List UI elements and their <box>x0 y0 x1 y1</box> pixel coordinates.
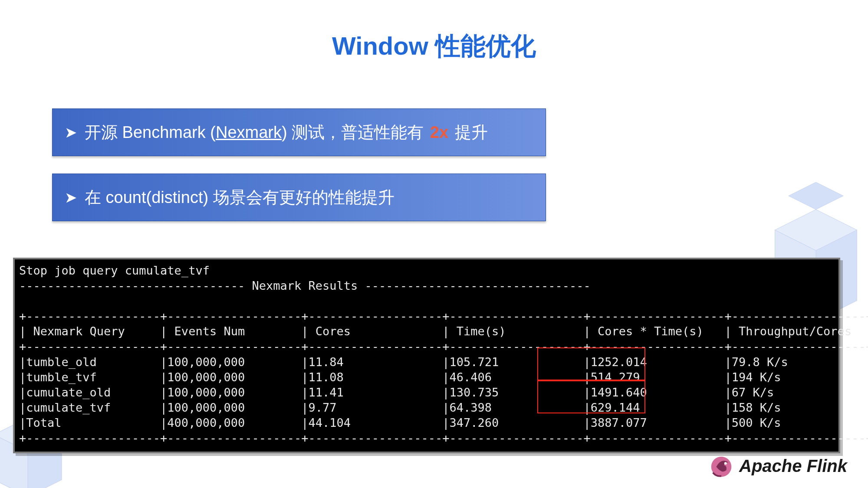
callout-count-distinct: ➤ 在 count(distinct) 场景会有更好的性能提升 <box>52 174 546 221</box>
terminal-text: Stop job query cumulate_tvf ------------… <box>19 263 834 445</box>
callout-benchmark: ➤ 开源 Benchmark (Nexmark) 测试，普适性能有 2x 提升 <box>52 108 546 156</box>
bullet-arrow-icon: ➤ <box>65 125 77 140</box>
svg-marker-3 <box>775 210 857 251</box>
svg-marker-6 <box>789 182 843 210</box>
flink-logo-icon <box>708 452 735 479</box>
nexmark-link[interactable]: Nexmark <box>216 123 282 141</box>
bullet-arrow-icon: ➤ <box>65 190 77 205</box>
slide-title: Window 性能优化 <box>0 29 868 63</box>
speedup-factor: 2x <box>430 123 448 141</box>
callout-post: 提升 <box>450 123 488 141</box>
slide: Window 性能优化 ➤ 开源 Benchmark (Nexmark) 测试，… <box>0 0 868 488</box>
callout-text: 开源 Benchmark (Nexmark) 测试，普适性能有 2x 提升 <box>85 121 488 144</box>
callout-pre: 开源 Benchmark ( <box>85 123 216 141</box>
callout-text: 在 count(distinct) 场景会有更好的性能提升 <box>85 187 395 209</box>
apache-flink-brand: Apache Flink <box>708 452 847 479</box>
svg-point-8 <box>724 462 727 465</box>
callout-mid: ) 测试，普适性能有 <box>282 123 428 141</box>
terminal-output: Stop job query cumulate_tvf ------------… <box>13 258 840 453</box>
brand-label: Apache Flink <box>739 456 847 476</box>
